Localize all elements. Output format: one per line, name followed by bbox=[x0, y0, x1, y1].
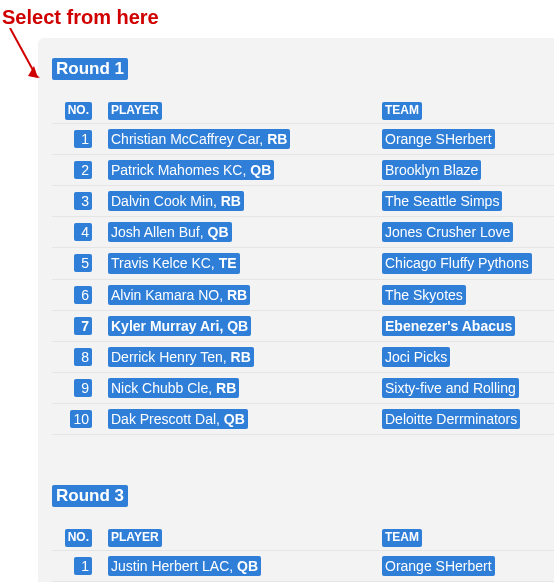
player-position: RB bbox=[216, 380, 236, 396]
pick-number: 8 bbox=[74, 348, 92, 366]
round-title: Round 1 bbox=[52, 58, 128, 80]
arrow-icon bbox=[6, 28, 40, 84]
team-cell: Brooklyn Blaze bbox=[382, 160, 481, 180]
table-header: NO.PLAYERTEAM bbox=[52, 525, 554, 551]
svg-marker-2 bbox=[28, 66, 38, 78]
pick-number: 5 bbox=[74, 254, 92, 272]
player-position: RB bbox=[221, 193, 241, 209]
player-cell: Travis Kelce KC, TE bbox=[108, 253, 240, 273]
header-player: PLAYER bbox=[108, 529, 162, 547]
header-no: NO. bbox=[65, 529, 92, 547]
player-cell: Josh Allen Buf, QB bbox=[108, 222, 232, 242]
player-position: QB bbox=[250, 162, 271, 178]
round-block: Round 3NO.PLAYERTEAM1Justin Herbert LAC,… bbox=[52, 485, 554, 582]
table-row: 6Alvin Kamara NO, RBThe Skyotes bbox=[52, 280, 554, 311]
player-name: Travis Kelce KC, bbox=[111, 255, 219, 271]
pick-number: 1 bbox=[74, 130, 92, 148]
player-name: Josh Allen Buf, bbox=[111, 224, 208, 240]
player-position: TE bbox=[219, 255, 237, 271]
round-title: Round 3 bbox=[52, 485, 128, 507]
pick-number: 3 bbox=[74, 192, 92, 210]
player-cell: Patrick Mahomes KC, QB bbox=[108, 160, 274, 180]
player-cell: Justin Herbert LAC, QB bbox=[108, 556, 261, 576]
instruction-label: Select from here bbox=[2, 6, 159, 29]
svg-line-0 bbox=[10, 28, 34, 72]
table-header: NO.PLAYERTEAM bbox=[52, 98, 554, 124]
player-name: Justin Herbert LAC, bbox=[111, 558, 237, 574]
header-team: TEAM bbox=[382, 529, 422, 547]
pick-number: 2 bbox=[74, 161, 92, 179]
pick-number: 4 bbox=[74, 223, 92, 241]
header-no: NO. bbox=[65, 102, 92, 120]
table-row: 1Justin Herbert LAC, QBOrange SHerbert bbox=[52, 551, 554, 582]
player-position: RB bbox=[227, 287, 247, 303]
table-row: 2Patrick Mahomes KC, QBBrooklyn Blaze bbox=[52, 155, 554, 186]
team-cell: Ebenezer's Abacus bbox=[382, 316, 515, 336]
player-position: QB bbox=[224, 411, 245, 427]
player-name: Dak Prescott Dal, bbox=[111, 411, 224, 427]
player-position: QB bbox=[208, 224, 229, 240]
team-cell: Chicago Fluffy Pythons bbox=[382, 253, 532, 273]
table-row: 5Travis Kelce KC, TEChicago Fluffy Pytho… bbox=[52, 248, 554, 279]
pick-number: 1 bbox=[74, 557, 92, 575]
draft-results: Round 1NO.PLAYERTEAM1Christian McCaffrey… bbox=[38, 38, 554, 582]
header-team: TEAM bbox=[382, 102, 422, 120]
table-row: 7Kyler Murray Ari, QBEbenezer's Abacus bbox=[52, 311, 554, 342]
team-cell: Orange SHerbert bbox=[382, 556, 495, 576]
pick-number: 7 bbox=[74, 317, 92, 335]
player-cell: Derrick Henry Ten, RB bbox=[108, 347, 254, 367]
player-position: RB bbox=[231, 349, 251, 365]
player-name: Alvin Kamara NO, bbox=[111, 287, 227, 303]
team-cell: Jones Crusher Love bbox=[382, 222, 513, 242]
player-cell: Alvin Kamara NO, RB bbox=[108, 285, 250, 305]
pick-number: 10 bbox=[70, 410, 92, 428]
table-row: 9Nick Chubb Cle, RBSixty-five and Rollin… bbox=[52, 373, 554, 404]
team-cell: The Seattle Simps bbox=[382, 191, 502, 211]
table-row: 4Josh Allen Buf, QBJones Crusher Love bbox=[52, 217, 554, 248]
table-row: 10Dak Prescott Dal, QBDeloitte Derrminat… bbox=[52, 404, 554, 435]
player-cell: Dak Prescott Dal, QB bbox=[108, 409, 248, 429]
player-cell: Dalvin Cook Min, RB bbox=[108, 191, 244, 211]
player-name: Dalvin Cook Min, bbox=[111, 193, 221, 209]
team-cell: Joci Picks bbox=[382, 347, 450, 367]
player-cell: Christian McCaffrey Car, RB bbox=[108, 129, 290, 149]
player-name: Kyler Murray Ari, bbox=[111, 318, 227, 334]
player-name: Christian McCaffrey Car, bbox=[111, 131, 267, 147]
table-row: 3Dalvin Cook Min, RBThe Seattle Simps bbox=[52, 186, 554, 217]
player-position: QB bbox=[237, 558, 258, 574]
table-row: 8Derrick Henry Ten, RBJoci Picks bbox=[52, 342, 554, 373]
team-cell: Sixty-five and Rolling bbox=[382, 378, 519, 398]
player-cell: Kyler Murray Ari, QB bbox=[108, 316, 251, 336]
table-row: 1Christian McCaffrey Car, RBOrange SHerb… bbox=[52, 124, 554, 155]
player-name: Derrick Henry Ten, bbox=[111, 349, 231, 365]
pick-number: 6 bbox=[74, 286, 92, 304]
pick-number: 9 bbox=[74, 379, 92, 397]
team-cell: Orange SHerbert bbox=[382, 129, 495, 149]
player-position: QB bbox=[227, 318, 248, 334]
player-name: Patrick Mahomes KC, bbox=[111, 162, 250, 178]
team-cell: Deloitte Derrminators bbox=[382, 409, 520, 429]
team-cell: The Skyotes bbox=[382, 285, 466, 305]
header-player: PLAYER bbox=[108, 102, 162, 120]
round-block: Round 1NO.PLAYERTEAM1Christian McCaffrey… bbox=[52, 58, 554, 435]
player-cell: Nick Chubb Cle, RB bbox=[108, 378, 239, 398]
player-position: RB bbox=[267, 131, 287, 147]
player-name: Nick Chubb Cle, bbox=[111, 380, 216, 396]
